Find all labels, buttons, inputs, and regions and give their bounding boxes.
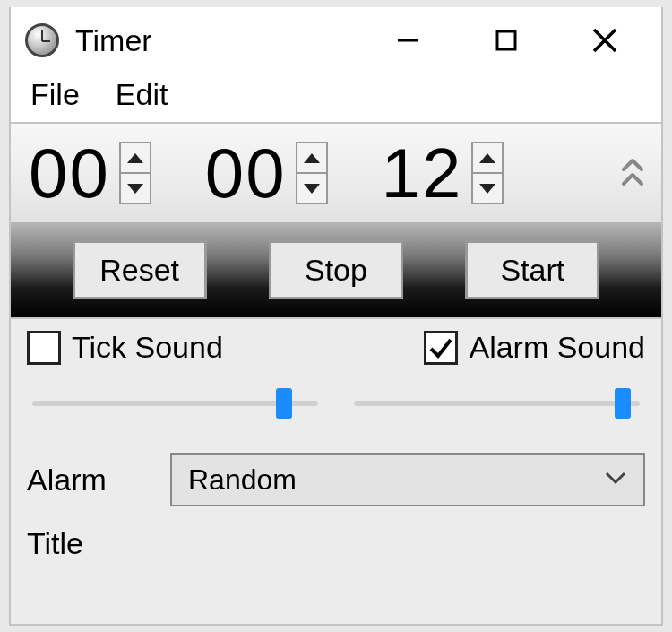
minutes-group: 00 bbox=[205, 138, 328, 208]
chevron-down-icon bbox=[604, 470, 627, 489]
checkmark-icon bbox=[427, 334, 454, 361]
minutes-down-button[interactable] bbox=[297, 174, 326, 203]
maximize-button[interactable] bbox=[457, 9, 556, 72]
alarm-combobox[interactable]: Random bbox=[170, 453, 645, 506]
alarm-field-row: Alarm Random bbox=[27, 453, 645, 506]
minutes-stepper bbox=[296, 142, 328, 204]
hours-stepper bbox=[119, 142, 151, 204]
chevron-down-icon bbox=[304, 184, 320, 194]
minutes-up-button[interactable] bbox=[297, 143, 326, 174]
seconds-group: 12 bbox=[382, 138, 504, 208]
alarm-selected-value: Random bbox=[188, 463, 297, 497]
app-window: Timer File Edit 00 00 bbox=[9, 7, 663, 626]
collapse-button[interactable] bbox=[620, 157, 645, 189]
alarm-sound-group: Alarm Sound bbox=[424, 330, 645, 365]
alarm-sound-checkbox[interactable] bbox=[424, 331, 458, 365]
start-button[interactable]: Start bbox=[465, 240, 599, 299]
slider-track bbox=[354, 401, 640, 406]
tick-sound-label: Tick Sound bbox=[72, 330, 223, 365]
titlebar: Timer bbox=[11, 7, 661, 74]
minimize-button[interactable] bbox=[358, 9, 457, 72]
stop-button[interactable]: Stop bbox=[269, 240, 403, 299]
chevron-down-icon bbox=[127, 184, 143, 194]
sound-options-row: Tick Sound Alarm Sound bbox=[27, 330, 645, 365]
hours-down-button[interactable] bbox=[121, 174, 150, 203]
chevron-down-icon bbox=[479, 184, 495, 194]
hours-up-button[interactable] bbox=[121, 143, 150, 174]
chevron-up-icon bbox=[127, 153, 143, 163]
title-label: Title bbox=[27, 526, 170, 561]
minimize-icon bbox=[394, 27, 421, 54]
timer-display: 00 00 12 bbox=[11, 124, 661, 222]
tick-volume-slider[interactable] bbox=[32, 390, 318, 417]
slider-thumb[interactable] bbox=[276, 388, 292, 419]
maximize-icon bbox=[495, 29, 518, 52]
clock-icon bbox=[25, 23, 59, 57]
tick-sound-checkbox[interactable] bbox=[27, 331, 61, 365]
chevron-up-icon bbox=[304, 153, 320, 163]
tick-sound-group: Tick Sound bbox=[27, 330, 223, 365]
double-chevron-up-icon bbox=[620, 157, 645, 189]
title-field-row: Title bbox=[27, 526, 645, 561]
hours-group: 00 bbox=[29, 138, 151, 208]
options-pane: Tick Sound Alarm Sound bbox=[11, 319, 661, 624]
seconds-up-button[interactable] bbox=[473, 143, 502, 174]
chevron-up-icon bbox=[479, 153, 495, 163]
volume-sliders-row bbox=[27, 390, 645, 417]
svg-rect-1 bbox=[497, 31, 515, 49]
control-row: Reset Stop Start bbox=[11, 222, 661, 319]
menubar: File Edit bbox=[11, 74, 661, 124]
seconds-stepper bbox=[471, 142, 504, 204]
alarm-label: Alarm bbox=[27, 463, 170, 498]
reset-button[interactable]: Reset bbox=[73, 240, 207, 299]
hours-value: 00 bbox=[29, 138, 110, 208]
minutes-value: 00 bbox=[205, 138, 287, 208]
alarm-sound-label: Alarm Sound bbox=[469, 330, 645, 365]
slider-thumb[interactable] bbox=[615, 388, 631, 419]
close-icon bbox=[590, 26, 619, 55]
menu-edit[interactable]: Edit bbox=[110, 77, 174, 112]
seconds-down-button[interactable] bbox=[473, 174, 502, 203]
close-button[interactable] bbox=[556, 9, 654, 72]
window-title: Timer bbox=[75, 23, 152, 58]
alarm-volume-slider[interactable] bbox=[354, 390, 640, 417]
menu-file[interactable]: File bbox=[25, 77, 85, 112]
seconds-value: 12 bbox=[382, 138, 463, 208]
